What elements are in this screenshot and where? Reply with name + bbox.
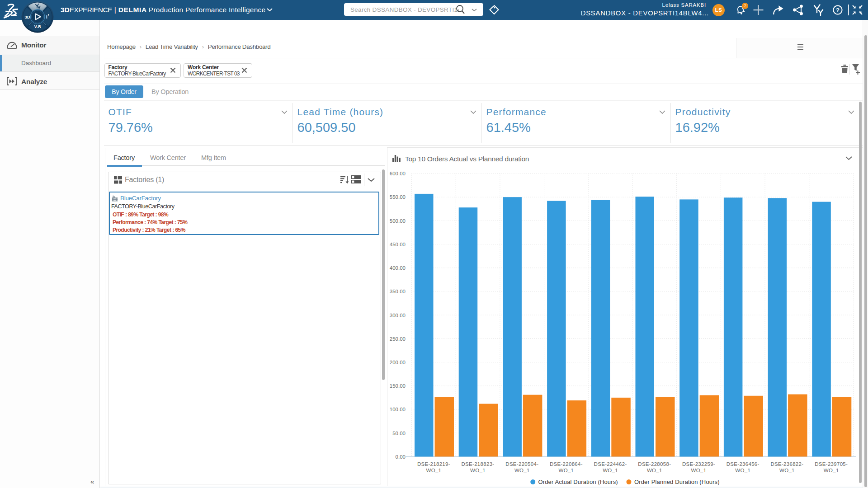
svg-text:Order Actual Duration (Hours): Order Actual Duration (Hours)	[538, 479, 618, 485]
svg-text:DSE-236456-: DSE-236456-	[726, 461, 760, 467]
svg-text:150.00: 150.00	[390, 383, 406, 389]
svg-text:DSE-218219-: DSE-218219-	[417, 461, 450, 467]
svg-text:WO_1: WO_1	[779, 468, 795, 473]
svg-text:DSE-224462-: DSE-224462-	[594, 461, 627, 467]
svg-text:0.00: 0.00	[396, 454, 406, 460]
svg-text:DSE-232259-: DSE-232259-	[682, 461, 715, 467]
svg-text:500.00: 500.00	[390, 218, 406, 224]
svg-text:DSE-218823-: DSE-218823-	[462, 461, 495, 467]
svg-text:DSE-220504-: DSE-220504-	[505, 461, 538, 467]
svg-text:250.00: 250.00	[390, 336, 406, 342]
svg-text:WO_1: WO_1	[426, 468, 442, 473]
svg-text:DSE-220864-: DSE-220864-	[550, 461, 583, 467]
svg-text:WO_1: WO_1	[691, 468, 707, 473]
svg-text:WO_1: WO_1	[514, 468, 530, 473]
svg-text:350.00: 350.00	[390, 289, 406, 294]
svg-text:WO_1: WO_1	[735, 468, 750, 473]
svg-text:DSE-239705-: DSE-239705-	[815, 461, 848, 467]
svg-text:V.R: V.R	[34, 24, 41, 29]
svg-text:400.00: 400.00	[390, 265, 406, 271]
svg-text:Order Planned Duration (Hours): Order Planned Duration (Hours)	[634, 479, 720, 485]
svg-text:50.00: 50.00	[392, 431, 406, 436]
svg-text:DSE-228058-: DSE-228058-	[638, 461, 671, 467]
svg-text:WO_1: WO_1	[603, 468, 618, 473]
svg-text:i: i	[46, 14, 47, 19]
svg-text:WO_1: WO_1	[824, 468, 839, 473]
svg-text:3D: 3D	[25, 14, 30, 19]
svg-text:100.00: 100.00	[390, 407, 406, 412]
svg-text:WO_1: WO_1	[559, 468, 574, 473]
svg-text:300.00: 300.00	[390, 313, 406, 318]
svg-text:DSE-236822-: DSE-236822-	[770, 461, 803, 467]
svg-text:200.00: 200.00	[390, 360, 406, 365]
svg-text:450.00: 450.00	[390, 242, 406, 247]
svg-text:600.00: 600.00	[390, 171, 406, 176]
svg-text:550.00: 550.00	[390, 194, 406, 200]
svg-text:WO_1: WO_1	[647, 468, 662, 473]
svg-text:WO_1: WO_1	[470, 468, 486, 473]
svg-text:?: ?	[836, 7, 840, 14]
